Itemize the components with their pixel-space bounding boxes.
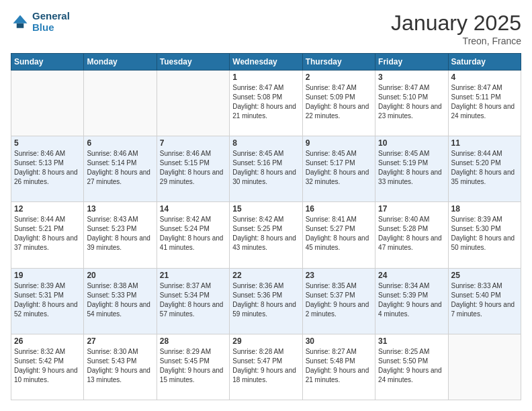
day-info: Sunrise: 8:47 AMSunset: 5:11 PMDaylight:… — [451, 83, 518, 121]
day-info: Sunrise: 8:44 AMSunset: 5:20 PMDaylight:… — [451, 149, 518, 187]
day-number: 15 — [232, 204, 299, 214]
day-info: Sunrise: 8:25 AMSunset: 5:50 PMDaylight:… — [378, 347, 445, 385]
day-number: 13 — [87, 204, 153, 214]
page: General Blue January 2025 Treon, France … — [0, 0, 532, 411]
day-number: 24 — [378, 271, 445, 280]
day-number: 30 — [306, 336, 372, 346]
calendar-week-3: 12Sunrise: 8:44 AMSunset: 5:21 PMDayligh… — [11, 202, 521, 268]
day-info: Sunrise: 8:42 AMSunset: 5:25 PMDaylight:… — [232, 215, 299, 253]
day-number: 8 — [232, 138, 299, 148]
day-number: 5 — [14, 138, 81, 148]
calendar-cell: 25Sunrise: 8:33 AMSunset: 5:40 PMDayligh… — [448, 268, 521, 334]
header-row: Sunday Monday Tuesday Wednesday Thursday… — [11, 54, 521, 71]
day-number: 23 — [306, 271, 372, 280]
calendar-cell: 9Sunrise: 8:45 AMSunset: 5:17 PMDaylight… — [302, 136, 375, 202]
day-number: 29 — [232, 336, 299, 346]
calendar-header: Sunday Monday Tuesday Wednesday Thursday… — [11, 54, 521, 71]
calendar-week-5: 26Sunrise: 8:32 AMSunset: 5:42 PMDayligh… — [11, 334, 521, 400]
calendar-cell: 7Sunrise: 8:46 AMSunset: 5:15 PMDaylight… — [157, 136, 229, 202]
calendar-cell: 20Sunrise: 8:38 AMSunset: 5:33 PMDayligh… — [84, 268, 157, 334]
day-info: Sunrise: 8:32 AMSunset: 5:42 PMDaylight:… — [14, 347, 81, 385]
calendar-body: 1Sunrise: 8:47 AMSunset: 5:08 PMDaylight… — [11, 71, 521, 400]
calendar-cell: 22Sunrise: 8:36 AMSunset: 5:36 PMDayligh… — [230, 268, 302, 334]
calendar-cell: 30Sunrise: 8:27 AMSunset: 5:48 PMDayligh… — [302, 334, 375, 400]
day-info: Sunrise: 8:29 AMSunset: 5:45 PMDaylight:… — [160, 347, 226, 385]
calendar-cell: 8Sunrise: 8:45 AMSunset: 5:16 PMDaylight… — [230, 136, 302, 202]
col-tuesday: Tuesday — [157, 54, 229, 71]
calendar-cell: 14Sunrise: 8:42 AMSunset: 5:24 PMDayligh… — [157, 202, 229, 268]
day-info: Sunrise: 8:44 AMSunset: 5:21 PMDaylight:… — [14, 215, 81, 253]
day-number: 27 — [87, 336, 153, 346]
subtitle: Treon, France — [391, 36, 521, 46]
calendar-cell: 11Sunrise: 8:44 AMSunset: 5:20 PMDayligh… — [448, 136, 521, 202]
calendar-week-4: 19Sunrise: 8:39 AMSunset: 5:31 PMDayligh… — [11, 268, 521, 334]
col-wednesday: Wednesday — [230, 54, 302, 71]
day-info: Sunrise: 8:46 AMSunset: 5:15 PMDaylight:… — [160, 149, 226, 187]
day-number: 2 — [306, 73, 372, 82]
day-info: Sunrise: 8:47 AMSunset: 5:09 PMDaylight:… — [306, 83, 372, 121]
calendar-cell: 28Sunrise: 8:29 AMSunset: 5:45 PMDayligh… — [157, 334, 229, 400]
calendar-cell: 6Sunrise: 8:46 AMSunset: 5:14 PMDaylight… — [84, 136, 157, 202]
day-number: 28 — [160, 336, 226, 346]
calendar-cell — [11, 71, 84, 136]
day-info: Sunrise: 8:34 AMSunset: 5:39 PMDaylight:… — [378, 281, 445, 319]
day-info: Sunrise: 8:37 AMSunset: 5:34 PMDaylight:… — [160, 281, 226, 319]
calendar-cell: 27Sunrise: 8:30 AMSunset: 5:43 PMDayligh… — [84, 334, 157, 400]
day-number: 11 — [451, 138, 518, 148]
day-number: 14 — [160, 204, 226, 214]
day-number: 16 — [306, 204, 372, 214]
day-number: 20 — [87, 271, 153, 280]
calendar-table: Sunday Monday Tuesday Wednesday Thursday… — [11, 53, 521, 400]
calendar-cell: 24Sunrise: 8:34 AMSunset: 5:39 PMDayligh… — [375, 268, 448, 334]
day-info: Sunrise: 8:40 AMSunset: 5:28 PMDaylight:… — [378, 215, 445, 253]
calendar-cell — [157, 71, 229, 136]
day-number: 17 — [378, 204, 445, 214]
day-info: Sunrise: 8:38 AMSunset: 5:33 PMDaylight:… — [87, 281, 153, 319]
day-number: 21 — [160, 271, 226, 280]
day-number: 6 — [87, 138, 153, 148]
day-number: 18 — [451, 204, 518, 214]
day-number: 26 — [14, 336, 81, 346]
calendar-cell: 23Sunrise: 8:35 AMSunset: 5:37 PMDayligh… — [302, 268, 375, 334]
day-info: Sunrise: 8:46 AMSunset: 5:14 PMDaylight:… — [87, 149, 153, 187]
calendar-cell: 10Sunrise: 8:45 AMSunset: 5:19 PMDayligh… — [375, 136, 448, 202]
logo-line2: Blue — [32, 22, 70, 34]
calendar-cell: 12Sunrise: 8:44 AMSunset: 5:21 PMDayligh… — [11, 202, 84, 268]
logo-text: General Blue — [32, 11, 70, 33]
calendar-cell: 16Sunrise: 8:41 AMSunset: 5:27 PMDayligh… — [302, 202, 375, 268]
calendar-cell: 4Sunrise: 8:47 AMSunset: 5:11 PMDaylight… — [448, 71, 521, 136]
day-number: 25 — [451, 271, 518, 280]
day-number: 10 — [378, 138, 445, 148]
day-info: Sunrise: 8:42 AMSunset: 5:24 PMDaylight:… — [160, 215, 226, 253]
calendar-cell: 18Sunrise: 8:39 AMSunset: 5:30 PMDayligh… — [448, 202, 521, 268]
logo-line1: General — [32, 11, 70, 22]
col-saturday: Saturday — [448, 54, 521, 71]
day-number: 3 — [378, 73, 445, 82]
calendar-cell: 26Sunrise: 8:32 AMSunset: 5:42 PMDayligh… — [11, 334, 84, 400]
svg-rect-1 — [17, 23, 24, 28]
day-info: Sunrise: 8:39 AMSunset: 5:30 PMDaylight:… — [451, 215, 518, 253]
logo-icon — [11, 13, 30, 32]
calendar-cell: 5Sunrise: 8:46 AMSunset: 5:13 PMDaylight… — [11, 136, 84, 202]
day-info: Sunrise: 8:46 AMSunset: 5:13 PMDaylight:… — [14, 149, 81, 187]
day-number: 22 — [232, 271, 299, 280]
header: General Blue January 2025 Treon, France — [11, 11, 521, 46]
calendar-week-1: 1Sunrise: 8:47 AMSunset: 5:08 PMDaylight… — [11, 71, 521, 136]
calendar-cell: 17Sunrise: 8:40 AMSunset: 5:28 PMDayligh… — [375, 202, 448, 268]
day-info: Sunrise: 8:28 AMSunset: 5:47 PMDaylight:… — [232, 347, 299, 385]
day-number: 4 — [451, 73, 518, 82]
day-info: Sunrise: 8:36 AMSunset: 5:36 PMDaylight:… — [232, 281, 299, 319]
day-info: Sunrise: 8:43 AMSunset: 5:23 PMDaylight:… — [87, 215, 153, 253]
day-info: Sunrise: 8:45 AMSunset: 5:19 PMDaylight:… — [378, 149, 445, 187]
calendar-cell: 31Sunrise: 8:25 AMSunset: 5:50 PMDayligh… — [375, 334, 448, 400]
day-number: 31 — [378, 336, 445, 346]
main-title: January 2025 — [391, 11, 521, 36]
day-number: 1 — [232, 73, 299, 82]
calendar-cell: 13Sunrise: 8:43 AMSunset: 5:23 PMDayligh… — [84, 202, 157, 268]
day-number: 9 — [306, 138, 372, 148]
calendar-cell: 29Sunrise: 8:28 AMSunset: 5:47 PMDayligh… — [230, 334, 302, 400]
col-monday: Monday — [84, 54, 157, 71]
calendar-cell: 15Sunrise: 8:42 AMSunset: 5:25 PMDayligh… — [230, 202, 302, 268]
col-friday: Friday — [375, 54, 448, 71]
title-block: January 2025 Treon, France — [391, 11, 521, 46]
